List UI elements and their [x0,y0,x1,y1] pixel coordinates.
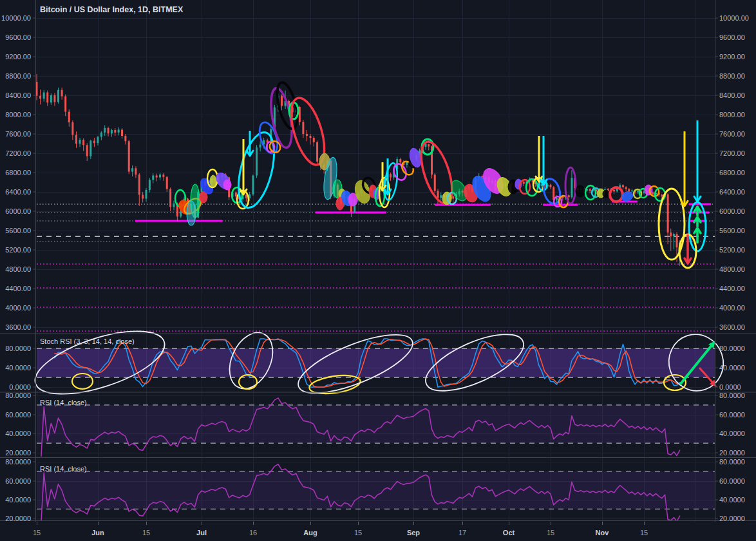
ellipse-annotation[interactable] [210,175,216,187]
price-axis-label: 80.0000 [719,392,745,399]
time-axis-label: 15 [354,529,362,536]
price-axis-label: 3600.00 [5,323,31,331]
price-axis-label: 0.0000 [719,383,741,391]
time-axis-label: Jul [196,529,207,536]
chart-window: 10000.009600.009200.008800.008400.008000… [0,0,756,541]
price-axis-label: 40.0000 [5,496,31,504]
price-axis-label: 80.0000 [5,392,31,399]
stoch-rsi-pane-title: Stoch RSI (3, 3, 14, 14, close) [40,337,135,345]
time-axis-label: 15 [640,529,648,536]
time-axis-label: Sep [407,529,420,536]
time-axis-label: Aug [303,529,317,536]
price-axis-label: 60.0000 [5,411,31,419]
price-axis-label: 3600.00 [719,323,745,331]
price-axis-label: 6400.00 [5,188,31,196]
time-axis-label: Nov [596,529,610,536]
ellipse-annotation[interactable] [576,185,585,197]
price-axis-label: 20.0000 [719,449,745,457]
price-axis-label: 4000.00 [5,304,31,312]
price-axis-label: 7600.00 [719,130,745,138]
price-axis-label: 4400.00 [5,285,31,292]
ellipse-annotation[interactable] [187,201,196,225]
symbol-title: Bitcoin / US Dollar Index, 1D, BITMEX [40,5,183,14]
price-axis-label: 7200.00 [719,149,745,157]
price-axis-label: 8800.00 [719,72,745,80]
time-axis-label: Oct [503,529,515,536]
price-axis-label: 5200.00 [5,246,31,254]
price-axis-label: 4800.00 [719,265,745,273]
time-axis-label: 16 [249,529,257,536]
price-axis-label: 4000.00 [719,304,745,312]
price-axis-label: 5200.00 [719,246,745,254]
price-axis-label: 4400.00 [719,285,745,292]
price-axis-label: 8400.00 [5,91,31,99]
time-axis-label: 15 [142,529,150,536]
chart-canvas[interactable]: 10000.009600.009200.008800.008400.008000… [0,0,756,541]
chart-background [0,0,756,541]
price-axis-label: 80.0000 [719,458,745,466]
time-axis-label: Jun [91,529,104,536]
price-axis-label: 6800.00 [5,169,31,176]
price-axis-label: 8000.00 [5,111,31,119]
time-axis-label: 17 [458,529,466,536]
price-axis-label: 6800.00 [719,169,745,176]
price-axis-label: 8800.00 [5,72,31,80]
price-axis-label: 6000.00 [5,207,31,215]
price-axis-label: 20.0000 [719,515,745,522]
price-axis-label: 0.0000 [9,383,31,391]
price-axis-label: 7200.00 [5,149,31,157]
time-axis-label: 15 [33,529,41,536]
price-axis-label: 7600.00 [5,130,31,138]
price-axis-label: 6000.00 [719,207,745,215]
rsi2-pane-title: RSI (14, close) [40,465,87,473]
price-axis-label: 9200.00 [719,53,745,61]
price-axis-label: 20.0000 [5,515,31,522]
price-axis-label: 5600.00 [5,227,31,234]
price-axis-label: 10000.00 [1,14,31,22]
price-axis-label: 40.0000 [719,496,745,504]
price-axis-label: 40.0000 [719,364,745,372]
price-axis-label: 60.0000 [5,477,31,485]
price-axis-label: 60.0000 [719,477,745,485]
ellipse-annotation[interactable] [223,180,231,190]
price-axis-label: 10000.00 [719,14,749,22]
price-axis-label: 4800.00 [5,265,31,273]
price-axis-label: 80.0000 [5,458,31,466]
price-axis-label: 8000.00 [719,111,745,119]
price-axis-label: 5600.00 [719,227,745,234]
price-axis-label: 9600.00 [5,33,31,41]
price-axis-label: 8400.00 [719,91,745,99]
price-axis-label: 40.0000 [5,364,31,372]
rsi-pane-title: RSI (14, close) [40,399,87,406]
price-axis-label: 6400.00 [719,188,745,196]
price-axis-label: 9200.00 [5,53,31,61]
price-axis-label: 9600.00 [719,33,745,41]
price-axis-label: 40.0000 [5,430,31,437]
price-axis-label: 20.0000 [5,449,31,457]
price-axis-label: 80.0000 [719,345,745,352]
price-axis-label: 80.0000 [5,345,31,352]
price-axis-label: 40.0000 [719,430,745,437]
ellipse-annotation[interactable] [603,190,609,198]
time-axis-label: 15 [547,529,554,536]
price-axis-label: 60.0000 [719,411,745,419]
